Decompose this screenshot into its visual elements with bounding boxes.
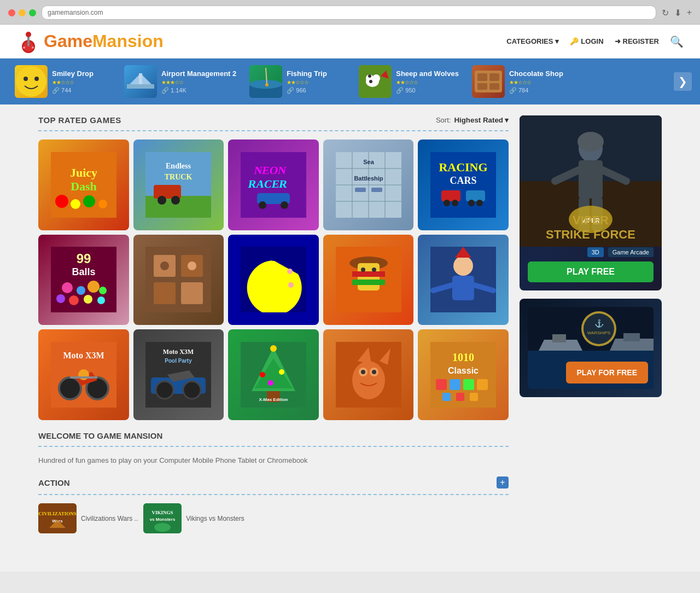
register-button[interactable]: ➜ REGISTER: [615, 37, 659, 45]
viper-title: VIPER STRIKE FORCE: [528, 213, 654, 242]
content-right: VIPER VIPER STRIKE FORCE 3D: [520, 115, 662, 544]
slider-count-0: 🔗 744: [52, 87, 94, 94]
sort-button[interactable]: Highest Rated ▾: [454, 116, 509, 124]
svg-point-3: [26, 32, 31, 37]
action-add-button[interactable]: +: [497, 476, 509, 489]
game-thumb-dragon: [323, 329, 414, 420]
svg-point-126: [352, 361, 385, 399]
action-thumb-vikings: VIKINGS vs Monsters: [143, 503, 182, 533]
svg-text:99: 99: [76, 251, 91, 266]
categories-label: CATEGORIES: [506, 37, 553, 45]
game-tile-classic[interactable]: 1010 Classic: [418, 329, 509, 420]
game-tile-dragon[interactable]: [323, 329, 414, 420]
slider-item-1[interactable]: Airport Management 2 ★★★☆☆ 🔗 1.14K: [118, 63, 243, 100]
svg-point-7: [24, 77, 28, 81]
action-title: ACTION: [38, 478, 70, 487]
site-header: GameMansion CATEGORIES ▾ 🔑 LOGIN ➜ REGIS…: [0, 25, 700, 59]
svg-text:Sea: Sea: [363, 159, 374, 165]
warships-ad[interactable]: ⚓ WARSHIPS PLAY FOR FREE: [520, 299, 662, 397]
traffic-lights: [8, 9, 36, 16]
svg-rect-23: [477, 73, 487, 81]
game-tile-pacman[interactable]: [228, 235, 319, 325]
logo-mansion: Mansion: [92, 31, 164, 51]
game-tile-moto1[interactable]: Moto X3M: [38, 329, 129, 420]
action-game-1[interactable]: VIKINGS vs Monsters Vikings vs Monsters: [143, 503, 244, 533]
svg-rect-82: [181, 282, 203, 304]
svg-rect-81: [154, 282, 176, 304]
sort-value: Highest Rated: [454, 116, 503, 124]
svg-point-95: [372, 268, 376, 272]
svg-rect-99: [452, 276, 474, 300]
site-wrapper: GameMansion CATEGORIES ▾ 🔑 LOGIN ➜ REGIS…: [0, 25, 700, 572]
svg-rect-139: [477, 379, 488, 390]
svg-rect-166: [552, 334, 566, 342]
search-button[interactable]: 🔍: [670, 35, 684, 48]
svg-point-30: [55, 195, 68, 208]
slider-thumb-2: [249, 65, 282, 98]
svg-rect-140: [442, 393, 451, 401]
game-tile-juicy[interactable]: Juicy Dash: [38, 139, 129, 230]
new-tab-button[interactable]: +: [687, 8, 692, 18]
game-tile-truck[interactable]: Endless TRUCK: [133, 139, 224, 230]
svg-text:RACING: RACING: [439, 160, 488, 174]
slider-thumb-4: [472, 65, 505, 98]
svg-text:NEON: NEON: [253, 164, 287, 176]
slider-title-4: Chocolate Shop: [509, 69, 563, 78]
svg-point-94: [361, 268, 365, 272]
login-label: LOGIN: [581, 37, 603, 45]
game-tile-moto2[interactable]: Moto X3M Pool Party: [133, 329, 224, 420]
slider-info-1: Airport Management 2 ★★★☆☆ 🔗 1.14K: [161, 69, 236, 94]
slider-item-3[interactable]: Sheep and Wolves ★★☆☆☆ 🔗 950: [352, 63, 465, 100]
action-game-0[interactable]: CIVILIZATIONS Wars Civilizations Wars ..: [38, 503, 138, 533]
game-tile-battleship[interactable]: Sea Battleship: [323, 139, 414, 230]
viper-badge-text: 3D: [592, 249, 599, 255]
action-game-title-0: Civilizations Wars ..: [81, 515, 138, 522]
game-thumb-truck: Endless TRUCK: [133, 139, 224, 230]
svg-rect-155: [579, 160, 603, 199]
login-button[interactable]: 🔑 LOGIN: [570, 37, 603, 45]
warships-play-button[interactable]: PLAY FOR FREE: [566, 362, 648, 383]
slider-item-0[interactable]: Smiley Drop ★★☆☆☆ 🔗 744: [8, 63, 118, 100]
svg-point-46: [281, 201, 288, 209]
close-button[interactable]: [8, 9, 15, 16]
action-section: ACTION + CIVILIZATIONS Wars: [38, 476, 509, 533]
viper-badge-3d: 3D: [587, 247, 604, 257]
address-bar[interactable]: gamemansion.com: [42, 5, 656, 20]
svg-text:Pool Party: Pool Party: [165, 358, 192, 364]
svg-rect-92: [352, 271, 385, 277]
sort-label: Sort:: [436, 116, 451, 124]
maximize-button[interactable]: [29, 9, 36, 16]
svg-point-72: [88, 281, 100, 293]
game-tile-balls[interactable]: 99 Balls: [38, 235, 129, 325]
svg-text:1010: 1010: [452, 351, 474, 363]
slider-item-4[interactable]: Chocolate Shop ★★☆☆☆ 🔗 784: [465, 63, 575, 100]
categories-button[interactable]: CATEGORIES ▾: [506, 37, 559, 45]
svg-point-4: [23, 46, 25, 49]
svg-point-132: [372, 370, 376, 374]
game-tile-xmas[interactable]: X-Mas Edition: [228, 329, 319, 420]
logo-area[interactable]: GameMansion: [16, 29, 164, 54]
game-tile-hero[interactable]: [418, 235, 509, 325]
game-tile-puzzle[interactable]: [133, 235, 224, 325]
download-button[interactable]: ⬇: [674, 8, 681, 18]
viper-ad[interactable]: VIPER VIPER STRIKE FORCE 3D: [520, 115, 662, 290]
svg-point-5: [32, 46, 34, 49]
svg-point-121: [260, 372, 265, 377]
viper-play-button[interactable]: PLAY FREE: [528, 261, 654, 282]
svg-point-97: [453, 256, 473, 276]
slider-next-button[interactable]: ❯: [674, 72, 692, 91]
main-content: TOP RATED GAMES Sort: Highest Rated ▾: [22, 104, 678, 555]
minimize-button[interactable]: [19, 9, 26, 16]
svg-point-170: [584, 313, 614, 344]
svg-point-33: [98, 200, 107, 208]
refresh-button[interactable]: ↻: [662, 8, 669, 18]
svg-rect-61: [441, 190, 460, 201]
welcome-text: Hundred of fun games to play on your Com…: [38, 455, 509, 466]
game-tile-mexitron[interactable]: [323, 235, 414, 325]
game-tile-racer[interactable]: NEON RACER: [228, 139, 319, 230]
content-left: TOP RATED GAMES Sort: Highest Rated ▾: [38, 115, 509, 544]
game-thumb-moto1: Moto X3M: [38, 329, 129, 420]
svg-point-87: [287, 269, 293, 274]
game-tile-racing[interactable]: RACING CARS: [418, 139, 509, 230]
slider-item-2[interactable]: Fishing Trip ★★☆☆☆ 🔗 966: [243, 63, 352, 100]
